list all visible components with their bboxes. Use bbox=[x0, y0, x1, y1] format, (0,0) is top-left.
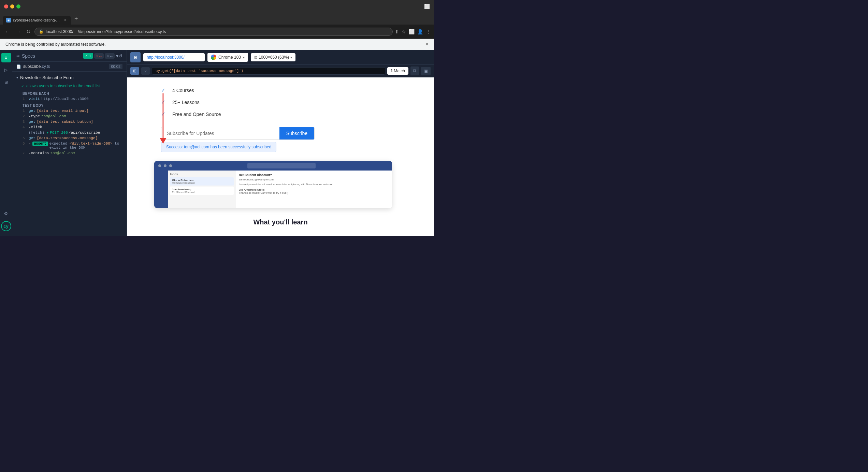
address-bar[interactable]: 🔒 localhost:3000/__/#/specs/runner?file=… bbox=[34, 28, 393, 36]
test-pass-icon: ✓ bbox=[21, 84, 24, 88]
traffic-light-green[interactable] bbox=[16, 4, 20, 9]
command-row-click[interactable]: 4 -click bbox=[12, 124, 127, 130]
command-row-contains[interactable]: 7 -contains tom@aol.com bbox=[12, 150, 127, 156]
command-row-assert[interactable]: 6 - assert expected <div.text-jade-500> … bbox=[12, 141, 127, 150]
cmd-type-arg: tom@aol.com bbox=[41, 114, 66, 118]
cmd-num-5: 5 bbox=[23, 136, 29, 140]
badge-pending: ○ -- bbox=[105, 53, 115, 59]
pass-checkmark: ✓ bbox=[85, 54, 88, 58]
cmd-get-arg-1: [data-test=email-input] bbox=[37, 109, 89, 113]
screenshot-email-content: Re: Student Discount? joe.rodriguez@exam… bbox=[236, 171, 392, 208]
selector-value: cy.get('[data-test="success-message"]') bbox=[156, 69, 243, 73]
snapshot-button[interactable]: ▣ bbox=[421, 67, 431, 75]
test-panel-header: ⇒ Specs ✓ 1 × -- ○ -- ▾ ↺ bbox=[12, 50, 127, 62]
viewport-url-bar[interactable]: http://localhost:3000/ bbox=[143, 53, 205, 61]
feature-item-1: ✓ 4 Courses bbox=[161, 84, 400, 96]
copy-selector-button[interactable]: ⧉ bbox=[410, 67, 419, 75]
fetch-path: /api/subscribe bbox=[69, 131, 100, 135]
command-row-get-success[interactable]: 5 get [data-test=success-message] bbox=[12, 135, 127, 141]
feature-text-2: 25+ Lessons bbox=[172, 100, 200, 105]
traffic-lights bbox=[4, 4, 20, 9]
check-icon-1: ✓ bbox=[161, 87, 165, 93]
what-learn-heading: What you'll learn bbox=[141, 213, 420, 229]
app-preview-area: ✓ 4 Courses ✓ 25+ Lessons ✓ Free and Ope… bbox=[127, 77, 434, 236]
assert-badge: assert bbox=[32, 142, 48, 146]
suite-header[interactable]: ▾ Newsletter Subscribe Form bbox=[12, 73, 127, 82]
tab-close-icon[interactable]: × bbox=[64, 18, 67, 23]
match-count: 1 bbox=[391, 69, 393, 73]
sidebar-item-settings[interactable]: ⚙ bbox=[1, 209, 11, 218]
command-row-get-submit[interactable]: 3 get [data-test=submit-button] bbox=[12, 119, 127, 124]
browser-name: Chrome 103 bbox=[218, 55, 241, 60]
cmd-get-arg-2: [data-test=submit-button] bbox=[37, 120, 93, 124]
screenshot-header-bar bbox=[154, 161, 392, 171]
fail-icon: × bbox=[96, 54, 98, 58]
sidebar-item-specs[interactable]: ≡ bbox=[1, 53, 11, 62]
check-icon-2: ✓ bbox=[161, 99, 165, 105]
selector-expand-button[interactable]: ∨ bbox=[141, 67, 150, 75]
nav-actions: ⬆ ☆ ⬜ 👤 ⋮ bbox=[395, 29, 431, 34]
cmd-get-name-2: get bbox=[29, 120, 35, 124]
resolution-text: 1000×660 (63%) bbox=[259, 55, 289, 60]
cmd-visit-url: http://localhost:3000 bbox=[41, 97, 89, 101]
test-content: ▾ Newsletter Subscribe Form ✓ allows use… bbox=[12, 72, 127, 236]
command-row-visit[interactable]: 1 visit http://localhost:3000 bbox=[12, 96, 127, 102]
screenshot-preview: Inbox Gloria Robertson Re: Student Disco… bbox=[154, 161, 392, 208]
command-row-type[interactable]: 2 -type tom@aol.com bbox=[12, 114, 127, 119]
fetch-dot: ● bbox=[46, 131, 48, 135]
screenshot-inbox: Inbox Gloria Robertson Re: Student Disco… bbox=[168, 171, 236, 208]
cy-target-button[interactable]: ⊕ bbox=[130, 52, 141, 62]
back-button[interactable]: ← bbox=[3, 28, 12, 35]
tab-favicon: ◉ bbox=[6, 18, 11, 23]
browser-dropdown-icon: ▾ bbox=[243, 56, 245, 59]
lock-icon: 🔒 bbox=[39, 29, 44, 34]
traffic-light-yellow[interactable] bbox=[10, 4, 14, 9]
menu-icon[interactable]: ⋮ bbox=[426, 29, 431, 34]
profile-icon[interactable]: 👤 bbox=[417, 29, 423, 34]
suite-chevron-icon: ▾ bbox=[16, 76, 18, 79]
window-maximize-icon[interactable]: ⬜ bbox=[424, 4, 430, 9]
before-each-label: BEFORE EACH bbox=[12, 90, 127, 96]
cmd-get-name-3: get bbox=[29, 136, 35, 140]
test-body-label: TEST BODY bbox=[12, 102, 127, 108]
cmd-dash-name: - bbox=[29, 142, 31, 146]
notification-close-button[interactable]: × bbox=[425, 41, 429, 47]
bookmark-icon[interactable]: ☆ bbox=[402, 29, 406, 34]
cmd-assert-detail: expected <div.text-jade-500> to exist in… bbox=[49, 142, 122, 150]
feature-item-3: ✓ Free and Open Source bbox=[161, 108, 400, 120]
resolution-badge[interactable]: ⊡ 1000×660 (63%) ▾ bbox=[251, 53, 295, 61]
feature-list: ✓ 4 Courses ✓ 25+ Lessons ✓ Free and Ope… bbox=[141, 77, 420, 123]
forward-button[interactable]: → bbox=[14, 28, 23, 35]
refresh-button[interactable]: ↻ bbox=[25, 28, 32, 35]
sidebar-item-dashboard[interactable]: ▷ bbox=[1, 65, 11, 75]
file-row: 📄 subscribe .cy.ts 00:02 bbox=[12, 62, 127, 72]
viewport-toolbar: ⊕ http://localhost:3000/ Chrome 103 ▾ ⊡ … bbox=[127, 50, 434, 65]
badge-fail: × -- bbox=[94, 53, 104, 59]
share-icon[interactable]: ⬆ bbox=[395, 29, 399, 34]
extensions-icon[interactable]: ⬜ bbox=[409, 29, 415, 34]
test-case-row[interactable]: ✓ allows users to subscribe to the email… bbox=[12, 82, 127, 90]
active-tab[interactable]: ◉ cypress-realworld-testing-cou × bbox=[3, 16, 71, 25]
feature-text-3: Free and Open Source bbox=[172, 112, 221, 117]
browser-select[interactable]: Chrome 103 ▾ bbox=[207, 53, 248, 62]
suite-name: Newsletter Subscribe Form bbox=[20, 75, 74, 80]
refresh-tests-button[interactable]: ↺ bbox=[118, 53, 122, 59]
pending-label: ○ -- bbox=[107, 54, 113, 58]
subscribe-button[interactable]: Subscribe bbox=[279, 127, 314, 139]
new-tab-button[interactable]: + bbox=[72, 14, 81, 24]
cmd-num-2: 2 bbox=[23, 114, 29, 118]
dropdown-button[interactable]: ▾ bbox=[116, 53, 118, 59]
app-area: ≡ ▷ ⊞ ⚙ cy ⇒ Specs ✓ 1 × -- ○ -- bbox=[0, 50, 434, 236]
selector-target-button[interactable]: ⊞ bbox=[130, 67, 139, 75]
specs-label: Specs bbox=[22, 53, 83, 59]
cmd-num-6: 6 bbox=[23, 142, 29, 146]
cmd-num-4: 4 bbox=[23, 125, 29, 129]
file-ext: .cy.ts bbox=[41, 64, 50, 69]
subscribe-input[interactable] bbox=[161, 127, 279, 139]
selector-input[interactable]: cy.get('[data-test="success-message"]') bbox=[152, 67, 385, 75]
traffic-light-red[interactable] bbox=[4, 4, 8, 9]
command-row-get-email[interactable]: 1 get [data-test=email-input] bbox=[12, 108, 127, 114]
cmd-get-name-1: get bbox=[29, 109, 35, 113]
selector-bar: ⊞ ∨ cy.get('[data-test="success-message"… bbox=[127, 65, 434, 77]
sidebar-item-selector[interactable]: ⊞ bbox=[1, 77, 11, 87]
